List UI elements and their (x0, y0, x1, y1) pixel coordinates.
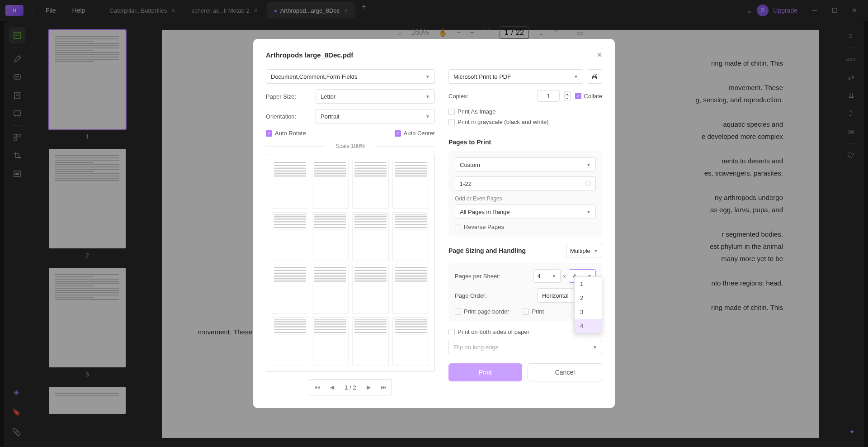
select-value: 4 (538, 273, 541, 280)
paper-size-select[interactable]: Letter ▼ (316, 89, 435, 104)
preview-page (272, 160, 308, 209)
select-value: Horizontal (542, 292, 569, 299)
select-value: Multiple (570, 247, 590, 254)
print-dialog: Arthropods large_8Dec.pdf × Document,Com… (253, 39, 615, 408)
chevron-down-icon: ▼ (552, 274, 557, 279)
collate-checkbox[interactable]: Collate (575, 93, 602, 100)
chevron-down-icon: ▼ (425, 74, 430, 79)
print-preview: document.write(Array(16).fill('<div clas… (266, 154, 435, 372)
chevron-down-icon: ▼ (586, 162, 591, 167)
pps-label: Pages per Sheet: (455, 273, 533, 280)
select-value: Custom (460, 162, 480, 168)
print-as-image-checkbox[interactable]: Print As Image (448, 108, 602, 115)
pages-section: Custom ▼ 1-22 ⓘ Odd or Even Pages All Pa… (448, 151, 602, 237)
sizing-mode-select[interactable]: Multiple ▼ (566, 244, 602, 257)
dropdown-option[interactable]: 3 (575, 305, 602, 319)
checkbox-label: Print As Image (458, 108, 496, 115)
paper-size-label: Paper Size: (266, 93, 316, 100)
cancel-button[interactable]: Cancel (528, 363, 602, 381)
last-page-icon[interactable]: ⏭ (377, 381, 390, 393)
print-cutmarks-checkbox[interactable]: Print (523, 308, 544, 315)
next-page-icon[interactable]: ▶ (363, 381, 375, 393)
dialog-title: Arthropods large_8Dec.pdf (266, 51, 353, 59)
preview-page (352, 160, 389, 209)
checkbox-label: Reverse Pages (464, 224, 504, 230)
divider (448, 132, 602, 132)
flip-select[interactable]: Flip on long edge ▼ (448, 340, 602, 354)
print-button[interactable]: Print (448, 363, 522, 381)
copies-input[interactable] (537, 90, 560, 102)
chevron-down-icon: ▼ (593, 345, 597, 350)
grayscale-checkbox[interactable]: Print in grayscale (black and white) (448, 119, 602, 125)
page-range-input[interactable]: 1-22 ⓘ (455, 176, 596, 191)
chevron-down-icon: ▼ (586, 209, 591, 214)
preview-pagination: ⏮ ◀ 1 / 2 ▶ ⏭ (309, 379, 392, 395)
checkbox-icon (455, 224, 461, 230)
pps-cols-select[interactable]: 4 ▼ (533, 269, 561, 283)
checkbox-icon (448, 329, 455, 335)
select-value: All Pages in Range (460, 209, 510, 215)
copies-spinner[interactable]: ▲▼ (564, 91, 571, 100)
select-value: Portrait (321, 113, 340, 120)
printer-select[interactable]: Microsoft Print to PDF ▼ (448, 69, 583, 84)
select-value: Letter (321, 93, 335, 100)
sizing-section: Pages per Sheet: 4 ▼ x 4 ▼ Page Order: (448, 263, 602, 321)
page-display: 1 / 2 (340, 384, 360, 391)
print-scope-select[interactable]: Document,Comment,Form Fields ▼ (266, 69, 435, 84)
preview-page (352, 265, 389, 314)
dropdown-option[interactable]: 2 (575, 291, 602, 305)
preview-page (312, 265, 349, 314)
preview-page (352, 212, 389, 261)
reverse-checkbox[interactable]: Reverse Pages (455, 224, 596, 230)
first-page-icon[interactable]: ⏮ (311, 381, 324, 393)
checkbox-icon (448, 109, 455, 115)
checkbox-label: Auto Rotate (275, 130, 306, 137)
orientation-select[interactable]: Portrait ▼ (316, 109, 435, 124)
chevron-down-icon: ▼ (574, 74, 578, 79)
dialog-body: Document,Comment,Form Fields ▼ Paper Siz… (266, 69, 602, 395)
preview-page (272, 212, 308, 261)
pages-mode-select[interactable]: Custom ▼ (455, 157, 596, 172)
preview-page (392, 317, 429, 366)
checkbox-label: Print in grayscale (black and white) (458, 119, 549, 125)
print-dialog-overlay: Arthropods large_8Dec.pdf × Document,Com… (0, 0, 868, 447)
checkbox-label: Print (532, 308, 544, 315)
preview-page (312, 317, 349, 366)
orientation-label: Orientation: (266, 113, 316, 120)
preview-page (392, 265, 429, 314)
pages-to-print-title: Pages to Print (448, 138, 602, 146)
close-dialog-icon[interactable]: × (597, 50, 602, 60)
dropdown-option[interactable]: 1 (575, 277, 602, 291)
checkbox-label: Print on both sides of paper (458, 328, 529, 335)
select-value: Flip on long edge (453, 344, 499, 351)
dialog-header: Arthropods large_8Dec.pdf × (266, 50, 602, 60)
print-border-checkbox[interactable]: Print page border (455, 308, 509, 315)
odd-even-select[interactable]: All Pages in Range ▼ (455, 204, 596, 219)
auto-rotate-checkbox[interactable]: Auto Rotate (266, 130, 306, 137)
preview-page (392, 212, 429, 261)
preview-page (352, 317, 389, 366)
scale-label: Scale:100% (266, 143, 435, 149)
dialog-right: Microsoft Print to PDF ▼ 🖨 Copies: ▲▼ Co… (448, 69, 602, 395)
x-separator: x (563, 273, 566, 280)
preview-page (272, 317, 308, 366)
odd-even-label: Odd or Even Pages (455, 195, 596, 202)
printer-settings-icon[interactable]: 🖨 (587, 69, 602, 84)
checkbox-label: Print page border (464, 308, 509, 315)
chevron-down-icon: ▼ (594, 248, 598, 253)
checkbox-label: Auto Center (404, 130, 435, 137)
prev-page-icon[interactable]: ◀ (326, 381, 338, 393)
preview-page (312, 160, 349, 209)
page-order-label: Page Order: (455, 292, 537, 299)
checkbox-icon (455, 309, 461, 315)
info-icon[interactable]: ⓘ (585, 180, 591, 188)
preview-page (392, 160, 429, 209)
dialog-left: Document,Comment,Form Fields ▼ Paper Siz… (266, 69, 435, 395)
checkbox-icon (523, 309, 529, 315)
dropdown-option[interactable]: 4 (575, 319, 602, 333)
checkbox-label: Collate (584, 93, 602, 100)
preview-page (312, 212, 349, 261)
sizing-title: Page Sizing and Handling (448, 247, 526, 254)
checkbox-icon (448, 119, 455, 125)
auto-center-checkbox[interactable]: Auto Center (395, 130, 435, 137)
